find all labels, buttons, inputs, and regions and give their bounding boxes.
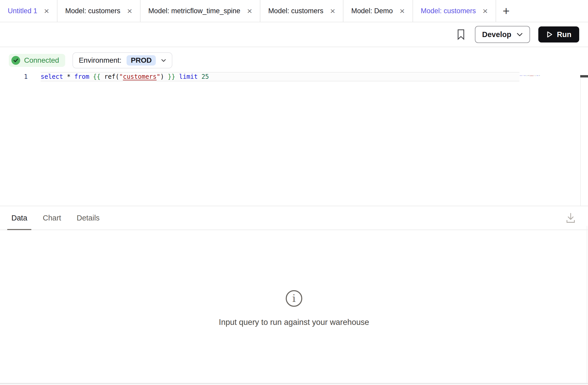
code-token: " <box>157 73 160 80</box>
code-token: }} <box>168 73 175 80</box>
code-token: ( <box>115 73 119 80</box>
info-circle-icon: i <box>286 290 302 307</box>
close-icon[interactable]: × <box>44 6 49 15</box>
develop-button-label: Develop <box>482 30 511 39</box>
tab-label: Model: Demo <box>351 7 393 15</box>
code-token: " <box>119 73 123 80</box>
line-number-gutter: 1 <box>0 72 41 81</box>
results-empty-state: i Input query to run against your wareho… <box>0 230 588 385</box>
chevron-down-icon <box>161 59 166 62</box>
results-tab-data[interactable]: Data <box>7 206 31 230</box>
develop-dropdown-button[interactable]: Develop <box>475 26 530 43</box>
play-icon <box>546 31 553 38</box>
line-number: 1 <box>24 73 28 80</box>
code-token: limit <box>179 73 198 80</box>
editor-tab-bar: Untitled 1×Model: customers×Model: metri… <box>0 0 588 22</box>
download-button[interactable] <box>565 212 577 224</box>
close-icon[interactable]: × <box>483 6 488 15</box>
bottom-divider-bar <box>0 383 588 384</box>
sql-editor[interactable]: 1 select * from {{ ref("customers") }} l… <box>0 72 588 206</box>
close-icon[interactable]: × <box>127 6 132 15</box>
environment-value-chip: PROD <box>127 55 156 66</box>
code-line[interactable]: select * from {{ ref("customers") }} lim… <box>41 72 519 81</box>
connection-status-label: Connected <box>24 56 59 65</box>
code-token: ref <box>104 73 115 80</box>
code-token <box>100 73 104 80</box>
chevron-down-icon <box>517 33 523 37</box>
editor-tab-4[interactable]: Model: Demo× <box>343 0 413 22</box>
bookmark-button[interactable] <box>455 27 467 41</box>
right-pane-divider <box>587 226 587 383</box>
results-panel: DataChartDetails i Input query to run ag… <box>0 206 588 385</box>
code-token <box>175 73 179 80</box>
editor-tab-2[interactable]: Model: metricflow_time_spine× <box>141 0 261 22</box>
tab-label: Model: customers <box>421 7 476 15</box>
code-token <box>164 73 168 80</box>
toolbar: Develop Run <box>0 22 588 47</box>
results-tab-details[interactable]: Details <box>72 206 104 230</box>
code-token <box>89 73 93 80</box>
editor-tab-0[interactable]: Untitled 1× <box>0 0 57 22</box>
code-token: ) <box>160 73 164 80</box>
bookmark-icon <box>457 29 465 40</box>
minimap-token: customers <box>530 75 534 76</box>
results-tab-label: Data <box>11 214 27 222</box>
scrollbar-track <box>580 75 581 206</box>
tab-label: Model: customers <box>268 7 323 15</box>
minimap-token: select <box>520 75 522 76</box>
tab-label: Model: metricflow_time_spine <box>148 7 240 15</box>
code-token: {{ <box>93 73 100 80</box>
editor-minimap[interactable]: select * from {{ ref("customers") }} lim… <box>520 75 540 76</box>
results-tab-bar: DataChartDetails <box>0 206 588 230</box>
results-tab-label: Details <box>77 214 100 222</box>
status-bar: Connected Environment: PROD <box>0 47 588 68</box>
environment-label: Environment: <box>79 56 121 65</box>
download-icon <box>565 212 577 224</box>
tab-label: Untitled 1 <box>8 7 37 15</box>
environment-dropdown[interactable]: Environment: PROD <box>72 52 172 68</box>
scrollbar-thumb[interactable] <box>580 75 588 77</box>
results-tab-chart[interactable]: Chart <box>39 206 65 230</box>
code-token: select <box>41 73 63 80</box>
empty-state-message: Input query to run against your warehous… <box>219 318 369 327</box>
close-icon[interactable]: × <box>330 6 335 15</box>
code-token <box>198 73 201 80</box>
run-button[interactable]: Run <box>538 26 579 42</box>
tab-label: Model: customers <box>65 7 120 15</box>
close-icon[interactable]: × <box>400 6 405 15</box>
code-token <box>71 73 74 80</box>
minimap-token: 25 <box>539 75 540 76</box>
check-circle-icon <box>11 56 20 65</box>
editor-tab-3[interactable]: Model: customers× <box>260 0 343 22</box>
plus-icon: + <box>503 4 510 18</box>
code-token: 25 <box>201 73 209 80</box>
new-tab-button[interactable]: + <box>496 0 516 22</box>
code-token: from <box>74 73 89 80</box>
code-token <box>63 73 67 80</box>
editor-tab-5[interactable]: Model: customers× <box>413 0 496 22</box>
minimap-token: from <box>524 75 526 76</box>
info-icon-glyph: i <box>292 293 296 303</box>
minimap-token: limit <box>536 75 539 76</box>
run-button-label: Run <box>557 30 571 39</box>
ref-link[interactable]: customers <box>123 73 157 80</box>
results-tab-label: Chart <box>43 214 61 222</box>
code-row: 1 select * from {{ ref("customers") }} l… <box>0 72 588 81</box>
close-icon[interactable]: × <box>247 6 252 15</box>
editor-tab-1[interactable]: Model: customers× <box>57 0 141 22</box>
code-token: * <box>67 73 70 80</box>
connection-status-badge: Connected <box>9 54 65 67</box>
